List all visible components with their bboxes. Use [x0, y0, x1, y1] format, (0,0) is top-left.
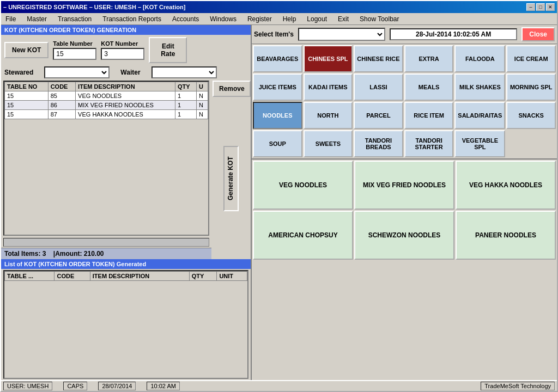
category-button[interactable]: MILK SHAKES	[454, 74, 505, 101]
menu-logout[interactable]: Logout	[305, 15, 329, 23]
select-items-label: Select Item's	[254, 30, 294, 38]
col-qty: QTY	[175, 82, 196, 91]
table-row[interactable]: 1585VEG NOODLES1N	[5, 91, 208, 101]
amount: Amount: 210.00	[55, 250, 104, 258]
menu-windows[interactable]: Windows	[208, 15, 239, 23]
menu-register[interactable]: Register	[245, 15, 274, 23]
menu-exit[interactable]: Exit	[336, 15, 351, 23]
item-button[interactable]: MIX VEG FRIED NOODLES	[354, 161, 454, 210]
new-kot-button[interactable]: New KOT	[4, 42, 48, 58]
status-time: 10:02 AM	[147, 382, 179, 390]
category-button[interactable]: SNACKS	[506, 102, 556, 129]
category-button[interactable]: SOUP	[253, 130, 302, 157]
datetime-display: 28-Jul-2014 10:02:05 AM	[390, 28, 517, 40]
edit-rate-button[interactable]: Edit Rate	[149, 37, 187, 63]
item-button[interactable]: AMERICAN CHOPSUY	[253, 211, 353, 260]
category-button[interactable]: KADAI ITEMS	[304, 74, 353, 101]
generate-kot-button[interactable]: Generate KOT	[223, 146, 239, 211]
category-button[interactable]: JUICE ITEMS	[253, 74, 302, 101]
gen-col-qty: QTY	[189, 272, 217, 281]
category-button[interactable]: TANDORI BREADS	[354, 130, 403, 157]
category-button[interactable]: EXTRA	[404, 45, 454, 72]
menu-help[interactable]: Help	[281, 15, 299, 23]
status-company: TradeMeSoft Technology	[481, 382, 555, 390]
select-items-dropdown[interactable]	[298, 28, 385, 41]
stewarded-label: Stewared	[4, 69, 33, 76]
item-button[interactable]: VEG NOODLES	[253, 161, 353, 210]
gen-col-code: CODE	[54, 272, 90, 281]
menu-show-toolbar[interactable]: Show Toolbar	[357, 15, 402, 23]
horizontal-scrollbar[interactable]	[3, 238, 209, 247]
total-bar: Total Items: 3 |Amount: 210.00	[1, 248, 211, 259]
kot-number-label: KOT Number	[101, 40, 144, 47]
category-button[interactable]: LASSI	[354, 74, 403, 101]
generated-table: TABLE ... CODE ITEM DESCRIPTION QTY UNIT	[4, 271, 247, 281]
order-table: TABLE NO CODE ITEM DESCRIPTION QTY U 158…	[4, 82, 208, 119]
category-button[interactable]: BEAVARAGES	[253, 45, 302, 72]
stewarded-dropdown[interactable]	[44, 66, 110, 78]
menu-master[interactable]: Master	[25, 15, 49, 23]
maximize-button[interactable]: □	[536, 3, 545, 11]
menu-accounts[interactable]: Accounts	[170, 15, 201, 23]
category-button[interactable]: SWEETS	[304, 130, 353, 157]
app-title: – UNREGISTRED SOFTWARE – USER: UMESH – […	[3, 4, 185, 10]
table-row[interactable]: 1586MIX VEG FRIED NOODLES1N	[5, 101, 208, 110]
category-button[interactable]: CHINEES SPL	[304, 45, 353, 72]
menu-file[interactable]: File	[3, 15, 18, 23]
remove-button[interactable]: Remove	[213, 81, 251, 97]
total-items: Total Items: 3	[4, 250, 46, 258]
categories-grid: BEAVARAGESCHINEES SPLCHINESE RICEEXTRAFA…	[252, 44, 557, 160]
status-user: USER: UMESH	[3, 382, 52, 390]
table-number-input[interactable]	[53, 48, 96, 60]
col-table-no: TABLE NO	[5, 82, 48, 91]
category-button[interactable]: MORNING SPL	[506, 74, 556, 101]
category-button[interactable]: NOODLES	[253, 102, 302, 129]
category-button[interactable]: NORTH	[304, 102, 353, 129]
minimize-button[interactable]: –	[526, 3, 535, 11]
category-button[interactable]: FALOODA	[454, 45, 505, 72]
category-button[interactable]: ICE CREAM	[506, 45, 556, 72]
gen-col-unit: UNIT	[217, 272, 247, 281]
title-bar: – UNREGISTRED SOFTWARE – USER: UMESH – […	[1, 1, 557, 13]
col-unit: U	[196, 82, 208, 91]
close-window-button[interactable]: Close	[521, 27, 555, 41]
menu-transaction[interactable]: Transaction	[56, 15, 94, 23]
category-button[interactable]: PARCEL	[354, 102, 403, 129]
col-description: ITEM DESCRIPTION	[76, 82, 175, 91]
item-button[interactable]: SCHEWZON NOODLES	[354, 211, 454, 260]
kot-header: KOT (KITCHEN ORDER TOKEN) GENERATION	[1, 25, 251, 35]
table-row[interactable]: 1587VEG HAKKA NOODLES1N	[5, 110, 208, 119]
category-button[interactable]: MEALS	[404, 74, 454, 101]
status-bar: USER: UMESH CAPS 28/07/2014 10:02 AM Tra…	[1, 380, 557, 391]
titlebar-close-button[interactable]: ✕	[546, 3, 555, 11]
waiter-dropdown[interactable]	[151, 66, 217, 78]
category-button[interactable]: CHINESE RICE	[354, 45, 403, 72]
item-button[interactable]: VEG HAKKA NOODLES	[456, 161, 556, 210]
item-button[interactable]: PANEER NOODLES	[456, 211, 556, 260]
col-code: CODE	[48, 82, 75, 91]
menu-transaction-reports[interactable]: Transaction Reports	[100, 15, 163, 23]
items-grid: VEG NOODLESMIX VEG FRIED NOODLESVEG HAKK…	[252, 160, 557, 380]
category-button[interactable]: VEGETABLE SPL	[454, 130, 505, 157]
status-caps: CAPS	[63, 382, 87, 390]
right-header: Select Item's 28-Jul-2014 10:02:05 AM Cl…	[252, 25, 557, 44]
generated-kot-header: List of KOT (KITCHEN ORDER TOKEN) Genera…	[1, 259, 251, 269]
gen-col-description: ITEM DESCRIPTION	[90, 272, 189, 281]
status-date: 28/07/2014	[98, 382, 136, 390]
kot-number-input[interactable]	[101, 48, 144, 60]
category-button[interactable]: TANDORI STARTER	[404, 130, 454, 157]
table-number-label: Table Number	[53, 40, 96, 47]
category-button[interactable]: SALAD/RAITAS	[454, 102, 505, 129]
gen-col-table: TABLE ...	[5, 272, 54, 281]
waiter-label: Waiter	[120, 69, 140, 76]
menu-bar: File Master Transaction Transaction Repo…	[1, 13, 557, 25]
category-button[interactable]: RICE ITEM	[404, 102, 454, 129]
